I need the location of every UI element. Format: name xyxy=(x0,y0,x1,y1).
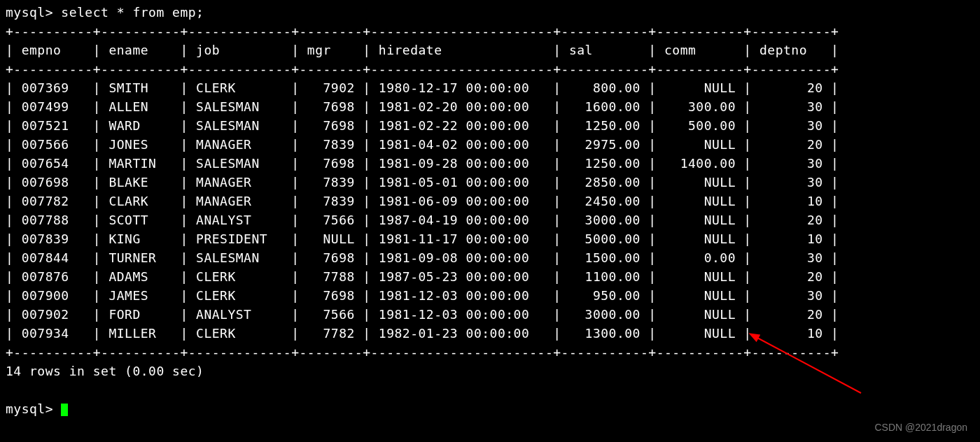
terminal-output: mysql> select * from emp; +----------+--… xyxy=(0,0,980,421)
terminal-cursor[interactable] xyxy=(61,404,68,416)
watermark: CSDN @2021dragon xyxy=(874,420,967,435)
